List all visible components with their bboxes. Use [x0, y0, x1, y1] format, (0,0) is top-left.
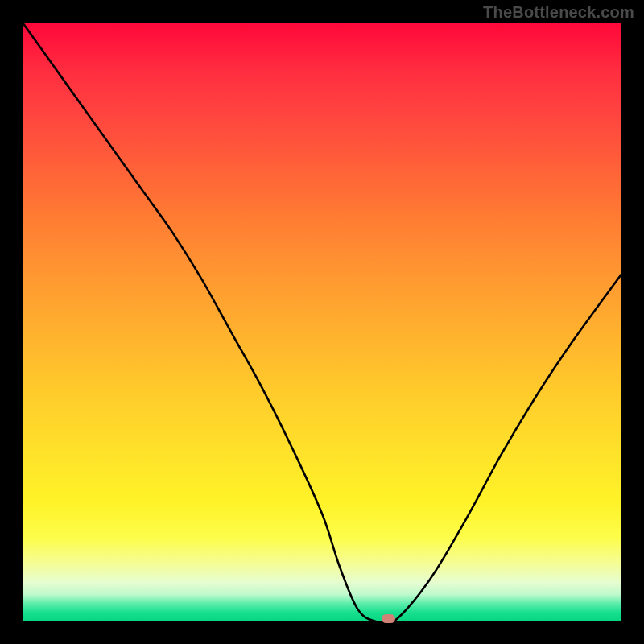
curve-svg: [23, 23, 621, 621]
plot-area: [23, 23, 621, 621]
optimum-marker: [382, 614, 395, 623]
bottleneck-curve-path: [23, 23, 621, 621]
chart-stage: TheBottleneck.com: [0, 0, 644, 644]
watermark-text: TheBottleneck.com: [483, 3, 634, 22]
